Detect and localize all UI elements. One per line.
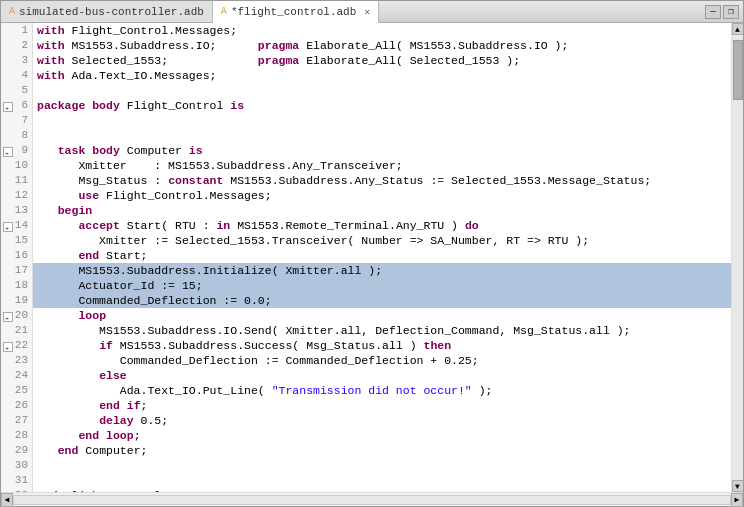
scroll-thumb[interactable] (733, 40, 743, 100)
line-num-23: 23 (1, 353, 32, 368)
line-num-30: 30 (1, 458, 32, 473)
file-icon: A (9, 6, 15, 17)
code-line-24: else (33, 368, 731, 383)
line-num-13: 13 (1, 203, 32, 218)
line-num-29: 29 (1, 443, 32, 458)
code-line-16: end Start; (33, 248, 731, 263)
code-line-19: Commanded_Deflection := 0.0; (33, 293, 731, 308)
line-num-15: 15 (1, 233, 32, 248)
editor-area: 1 2 3 4 5 6 7 8 9 10 11 12 13 14 15 16 1… (1, 23, 743, 492)
line-num-22[interactable]: 22 (1, 338, 32, 353)
line-num-21: 21 (1, 323, 32, 338)
tab-simulated-bus-controller[interactable]: A simulated-bus-controller.adb (1, 1, 213, 22)
code-line-12: use Flight_Control.Messages; (33, 188, 731, 203)
code-line-6: package body Flight_Control is (33, 98, 731, 113)
code-line-14: accept Start( RTU : in MS1553.Remote_Ter… (33, 218, 731, 233)
restore-button[interactable]: ❐ (723, 5, 739, 19)
line-num-20[interactable]: 20 (1, 308, 32, 323)
line-num-17: 17 (1, 263, 32, 278)
line-num-1: 1 (1, 23, 32, 38)
line-num-16: 16 (1, 248, 32, 263)
h-scroll-track[interactable] (13, 495, 731, 505)
code-line-20: loop (33, 308, 731, 323)
title-bar: A simulated-bus-controller.adb A *flight… (1, 1, 743, 23)
code-line-28: end loop; (33, 428, 731, 443)
tab-label-2: *flight_control.adb (231, 6, 356, 18)
bottom-bar: ◀ ▶ (1, 492, 743, 506)
minimize-button[interactable]: — (705, 5, 721, 19)
code-line-29: end Computer; (33, 443, 731, 458)
line-num-6[interactable]: 6 (1, 98, 32, 113)
code-line-7 (33, 113, 731, 128)
vertical-scrollbar[interactable]: ▲ ▼ (731, 23, 743, 492)
line-num-7: 7 (1, 113, 32, 128)
code-line-10: Xmitter : MS1553.Subaddress.Any_Transcei… (33, 158, 731, 173)
scroll-right-button[interactable]: ▶ (731, 493, 743, 507)
line-num-9[interactable]: 9 (1, 143, 32, 158)
line-num-10: 10 (1, 158, 32, 173)
code-line-21: MS1553.Subaddress.IO.Send( Xmitter.all, … (33, 323, 731, 338)
code-line-13: begin (33, 203, 731, 218)
code-line-22: if MS1553.Subaddress.Success( Msg_Status… (33, 338, 731, 353)
line-num-26: 26 (1, 398, 32, 413)
file-icon-2: A (221, 6, 227, 17)
line-num-12: 12 (1, 188, 32, 203)
code-editor[interactable]: with Flight_Control.Messages; with MS155… (33, 23, 731, 492)
tab-close-button[interactable]: ✕ (364, 6, 370, 18)
line-num-25: 25 (1, 383, 32, 398)
line-num-31: 31 (1, 473, 32, 488)
tab-flight-control[interactable]: A *flight_control.adb ✕ (213, 1, 379, 23)
code-line-31 (33, 473, 731, 488)
code-lines: with Flight_Control.Messages; with MS155… (33, 23, 731, 492)
code-line-27: delay 0.5; (33, 413, 731, 428)
window-controls: — ❐ (701, 1, 743, 22)
tab-label: simulated-bus-controller.adb (19, 6, 204, 18)
code-line-9: task body Computer is (33, 143, 731, 158)
code-line-1: with Flight_Control.Messages; (33, 23, 731, 38)
scroll-left-button[interactable]: ◀ (1, 493, 13, 507)
code-line-5 (33, 83, 731, 98)
code-line-18: Actuator_Id := 15; (33, 278, 731, 293)
code-line-4: with Ada.Text_IO.Messages; (33, 68, 731, 83)
line-num-27: 27 (1, 413, 32, 428)
code-line-26: end if; (33, 398, 731, 413)
line-num-18: 18 (1, 278, 32, 293)
code-line-8 (33, 128, 731, 143)
main-window: A simulated-bus-controller.adb A *flight… (0, 0, 744, 507)
code-line-32: end Flight_Control; (33, 488, 731, 492)
line-num-2: 2 (1, 38, 32, 53)
line-num-24: 24 (1, 368, 32, 383)
code-line-3: with Selected_1553; pragma Elaborate_All… (33, 53, 731, 68)
line-num-11: 11 (1, 173, 32, 188)
line-num-19: 19 (1, 293, 32, 308)
scroll-up-button[interactable]: ▲ (732, 23, 744, 35)
line-numbers: 1 2 3 4 5 6 7 8 9 10 11 12 13 14 15 16 1… (1, 23, 32, 492)
line-number-gutter: 1 2 3 4 5 6 7 8 9 10 11 12 13 14 15 16 1… (1, 23, 33, 492)
code-line-30 (33, 458, 731, 473)
code-line-15: Xmitter := Selected_1553.Transceiver( Nu… (33, 233, 731, 248)
line-num-14[interactable]: 14 (1, 218, 32, 233)
scroll-track[interactable] (732, 35, 743, 480)
line-num-3: 3 (1, 53, 32, 68)
scroll-down-button[interactable]: ▼ (732, 480, 744, 492)
line-num-28: 28 (1, 428, 32, 443)
line-num-4: 4 (1, 68, 32, 83)
code-line-23: Commanded_Deflection := Commanded_Deflec… (33, 353, 731, 368)
line-num-8: 8 (1, 128, 32, 143)
code-line-25: Ada.Text_IO.Put_Line( "Transmission did … (33, 383, 731, 398)
code-line-17: MS1553.Subaddress.Initialize( Xmitter.al… (33, 263, 731, 278)
line-num-32: 32 (1, 488, 32, 492)
code-line-11: Msg_Status : constant MS1553.Subaddress.… (33, 173, 731, 188)
code-line-2: with MS1553.Subaddress.IO; pragma Elabor… (33, 38, 731, 53)
line-num-5: 5 (1, 83, 32, 98)
